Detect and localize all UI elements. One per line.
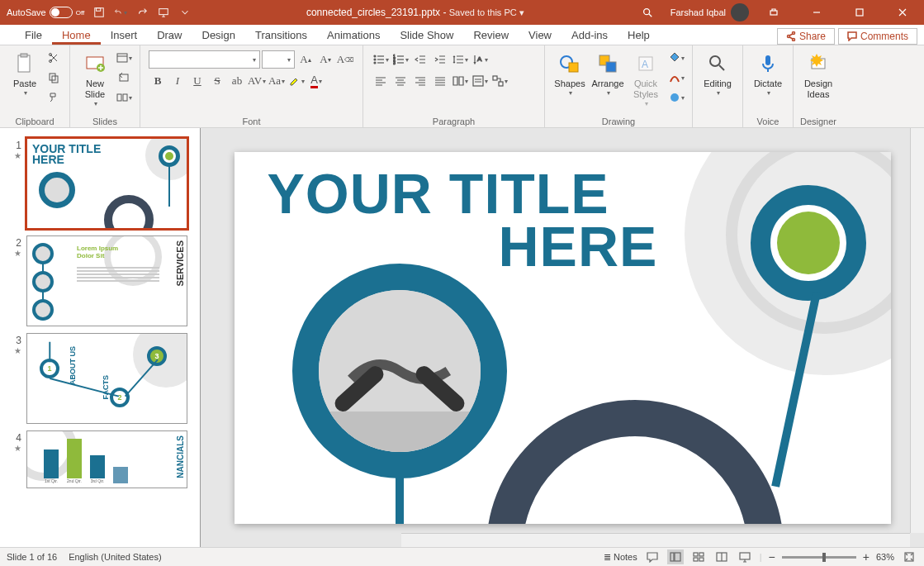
tab-addins[interactable]: Add-ins	[562, 26, 618, 45]
char-spacing-icon[interactable]: AV▾	[248, 72, 266, 90]
maximize-icon[interactable]	[841, 0, 878, 25]
language-indicator[interactable]: English (United States)	[69, 552, 162, 562]
format-painter-icon[interactable]	[45, 88, 63, 107]
share-button[interactable]: Share	[777, 28, 835, 45]
numbering-icon[interactable]: 123▾	[391, 50, 410, 69]
font-color-icon[interactable]: A▾	[307, 72, 325, 90]
tab-view[interactable]: View	[519, 26, 562, 45]
minimize-icon[interactable]	[798, 0, 835, 25]
group-paragraph: ▾ 123▾ ▾ A▾ ▾ ▾ ▾ Paragraph	[363, 45, 545, 127]
fit-to-window-icon[interactable]	[901, 549, 917, 564]
vertical-scrollbar[interactable]	[910, 128, 924, 533]
slide-editor[interactable]: YOUR TITLE HERE	[201, 128, 924, 547]
redo-icon[interactable]	[135, 6, 149, 19]
group-label-editing	[696, 117, 739, 127]
tab-draw[interactable]: Draw	[147, 26, 192, 45]
tab-slideshow[interactable]: Slide Show	[390, 26, 463, 45]
reset-slide-icon[interactable]	[115, 69, 133, 87]
tab-insert[interactable]: Insert	[101, 26, 148, 45]
paste-button[interactable]: Paste▾	[7, 49, 43, 99]
zoom-in-icon[interactable]: +	[863, 550, 870, 564]
align-left-icon[interactable]	[372, 72, 390, 90]
align-center-icon[interactable]	[391, 72, 410, 90]
indent-right-icon[interactable]	[431, 50, 449, 69]
more-qat-icon[interactable]	[178, 6, 192, 19]
zoom-out-icon[interactable]: −	[769, 550, 775, 564]
tab-transitions[interactable]: Transitions	[245, 26, 317, 45]
zoom-level[interactable]: 63%	[876, 552, 894, 562]
tab-home[interactable]: Home	[52, 26, 101, 45]
zoom-slider[interactable]	[782, 556, 856, 559]
search-icon[interactable]	[639, 4, 656, 21]
highlight-icon[interactable]: ▾	[287, 72, 306, 90]
new-slide-button[interactable]: New Slide▾	[77, 49, 113, 110]
user-account[interactable]: Farshad Iqbal	[670, 3, 749, 21]
change-case-icon[interactable]: Aa▾	[268, 72, 286, 90]
shadow-button[interactable]: ab	[228, 72, 246, 90]
section-icon[interactable]: ▾	[115, 88, 133, 107]
bullets-icon[interactable]: ▾	[372, 50, 390, 69]
editing-button[interactable]: Editing▾	[699, 49, 736, 99]
comments-button[interactable]: Comments	[838, 28, 917, 45]
shape-fill-icon[interactable]: ▾	[667, 49, 685, 67]
columns-icon[interactable]: ▾	[451, 72, 469, 90]
line-spacing-icon[interactable]: ▾	[451, 50, 469, 69]
strike-button[interactable]: S	[208, 72, 226, 90]
normal-view-icon[interactable]	[667, 549, 684, 564]
tab-file[interactable]: File	[15, 26, 52, 45]
align-text-icon[interactable]: ▾	[471, 72, 489, 90]
font-size-select[interactable]: ▾	[262, 50, 295, 69]
quick-styles-button[interactable]: A Quick Styles▾	[628, 49, 664, 110]
grow-font-icon[interactable]: A▴	[296, 50, 315, 69]
thumb-preview[interactable]: NANCIALS 1st Qtr. 2nd Qtr. 3rd Qtr.	[26, 430, 187, 488]
tab-design[interactable]: Design	[192, 26, 245, 45]
slideshow-view-icon[interactable]	[737, 549, 753, 564]
comments-view-icon[interactable]	[644, 549, 661, 564]
copy-icon[interactable]	[45, 69, 63, 87]
cut-icon[interactable]	[45, 49, 63, 67]
dictate-button[interactable]: Dictate▾	[750, 49, 786, 99]
justify-icon[interactable]	[431, 72, 449, 90]
underline-button[interactable]: U	[188, 72, 206, 90]
notes-button[interactable]: ≣ Notes	[604, 552, 637, 563]
clear-format-icon[interactable]: A⌫	[336, 50, 354, 69]
slide-indicator[interactable]: Slide 1 of 16	[7, 552, 57, 562]
thumb-preview[interactable]: ABOUT US FACTS 1 2 3	[26, 333, 187, 424]
bold-button[interactable]: B	[149, 72, 167, 90]
autosave-toggle[interactable]: AutoSave Off	[7, 7, 84, 18]
thumb-item[interactable]: 4★ NANCIALS 1st Qtr. 2nd Qtr. 3rd Qtr.	[0, 427, 200, 492]
save-icon[interactable]	[92, 6, 106, 19]
slide-canvas[interactable]: YOUR TITLE HERE	[235, 152, 891, 524]
shrink-font-icon[interactable]: A▾	[316, 50, 334, 69]
ribbon-display-icon[interactable]	[756, 0, 792, 25]
shape-outline-icon[interactable]: ▾	[667, 69, 685, 87]
reading-view-icon[interactable]	[713, 549, 730, 564]
arrange-button[interactable]: Arrange▾	[590, 49, 626, 99]
design-ideas-button[interactable]: Design Ideas	[800, 49, 836, 102]
thumb-item[interactable]: 1★ YOUR TITLEHERE	[0, 135, 200, 232]
tab-help[interactable]: Help	[618, 26, 660, 45]
thumb-preview[interactable]: SERVICES Lorem Ipsum Dolor Sit	[26, 235, 187, 326]
close-icon[interactable]	[884, 0, 921, 25]
shapes-button[interactable]: Shapes▾	[552, 49, 588, 99]
undo-icon[interactable]: ▾	[114, 6, 127, 19]
font-family-select[interactable]: ▾	[149, 50, 260, 69]
layout-icon[interactable]: ▾	[115, 49, 133, 67]
shape-effects-icon[interactable]: ▾	[667, 88, 685, 107]
smartart-icon[interactable]: ▾	[490, 72, 509, 90]
slide-title[interactable]: YOUR TITLE HERE	[268, 167, 658, 273]
tab-animations[interactable]: Animations	[317, 26, 390, 45]
slide-thumbnails[interactable]: 1★ YOUR TITLEHERE 2★ SERVICES Lorem Ipsu…	[0, 128, 201, 547]
tab-review[interactable]: Review	[463, 26, 519, 45]
horizontal-scrollbar[interactable]	[401, 533, 910, 547]
svg-point-21	[374, 55, 376, 57]
present-from-start-icon[interactable]	[157, 6, 170, 19]
thumb-preview[interactable]: YOUR TITLEHERE	[26, 138, 187, 229]
italic-button[interactable]: I	[168, 72, 187, 90]
thumb-item[interactable]: 3★ ABOUT US FACTS 1 2 3	[0, 330, 200, 427]
align-right-icon[interactable]	[411, 72, 429, 90]
indent-left-icon[interactable]	[411, 50, 429, 69]
text-direction-icon[interactable]: A▾	[471, 50, 489, 69]
sorter-view-icon[interactable]	[690, 549, 707, 564]
thumb-item[interactable]: 2★ SERVICES Lorem Ipsum Dolor Sit	[0, 232, 200, 330]
